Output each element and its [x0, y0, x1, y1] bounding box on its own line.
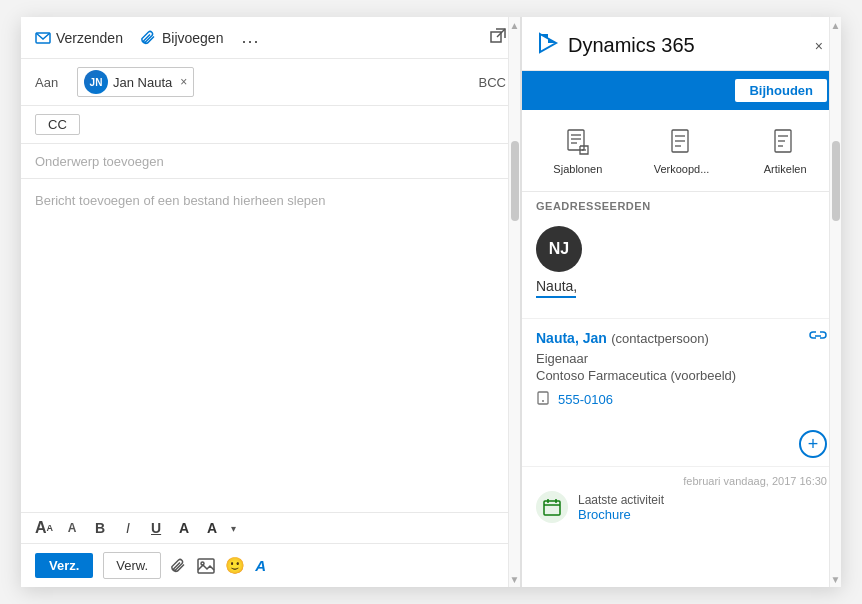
calendar-icon: [543, 498, 561, 516]
verkoopd-icon: [666, 126, 698, 158]
scroll-track: [509, 33, 521, 571]
image-icon: [197, 558, 215, 574]
dynamics-logo: [536, 31, 560, 60]
scroll-up-arrow[interactable]: ▲: [509, 17, 521, 33]
contact-company: Contoso Farmaceutica (voorbeeld): [536, 368, 827, 383]
section-header-addressees: GEADRESSEERDEN: [522, 192, 841, 216]
email-panel: Verzenden Bijvoegen ... Aan: [21, 17, 521, 587]
dynamics-scroll-up[interactable]: ▲: [830, 17, 842, 33]
recipient-chip[interactable]: JN Jan Nauta ×: [77, 67, 194, 97]
svg-rect-23: [544, 501, 560, 515]
dynamics-close-btn[interactable]: ×: [811, 36, 827, 56]
artikelen-icon: [769, 126, 801, 158]
message-placeholder: Bericht toevoegen of een bestand hierhee…: [35, 193, 326, 208]
app-container: Verzenden Bijvoegen ... Aan: [21, 17, 841, 587]
email-scrollbar[interactable]: ▲ ▼: [508, 17, 520, 587]
phone-svg-icon: [536, 391, 550, 405]
discard-button[interactable]: Verw.: [103, 552, 161, 579]
phone-number[interactable]: 555-0106: [558, 392, 613, 407]
send-toolbar-btn[interactable]: Verzenden: [35, 30, 123, 46]
activity-link[interactable]: Brochure: [578, 507, 827, 522]
font-color-btn[interactable]: A: [203, 520, 221, 536]
scroll-thumb: [511, 141, 519, 221]
highlight-btn[interactable]: A: [175, 520, 193, 536]
more-btn[interactable]: ...: [241, 27, 259, 48]
recipient-avatar: JN: [84, 70, 108, 94]
add-activity-area: +: [522, 426, 841, 466]
attach-toolbar-btn[interactable]: Bijvoegen: [141, 30, 224, 46]
link-icon: [809, 329, 827, 343]
format-toolbar: AA A B I U A A ▾: [21, 512, 520, 543]
dynamics-panel: Dynamics 365 × Bijhouden: [521, 17, 841, 587]
svg-marker-6: [540, 34, 556, 43]
dynamics-scroll-thumb: [832, 141, 840, 221]
to-label: Aan: [35, 75, 71, 90]
addressee-initials: NJ: [549, 240, 569, 258]
attach-btn-label: Bijvoegen: [162, 30, 224, 46]
activity-label: Laatste activiteit: [578, 493, 827, 507]
recipient-name: Jan Nauta: [113, 75, 172, 90]
addressee-avatar: NJ: [536, 226, 582, 272]
activity-calendar-icon: [536, 491, 568, 523]
activity-row: Laatste activiteit Brochure: [536, 491, 827, 523]
email-toolbar: Verzenden Bijvoegen ...: [21, 17, 520, 59]
svg-rect-3: [198, 559, 214, 573]
dynamics-scrollbar[interactable]: ▲ ▼: [829, 17, 841, 587]
shortcuts-bar: Sjablonen Verkoopd...: [522, 110, 841, 192]
activity-date: februari vandaag, 2017 16:30: [536, 475, 827, 487]
scroll-down-arrow[interactable]: ▼: [509, 571, 521, 587]
bcc-btn[interactable]: BCC: [479, 75, 506, 90]
contact-name[interactable]: Nauta, Jan: [536, 330, 607, 346]
subject-placeholder[interactable]: Onderwerp toevoegen: [35, 154, 164, 169]
italic-btn[interactable]: I: [119, 520, 137, 536]
activity-info: Laatste activiteit Brochure: [578, 493, 827, 522]
contact-name-group: Nauta, Jan (contactpersoon): [536, 329, 709, 347]
message-area[interactable]: Bericht toevoegen of een bestand hierhee…: [21, 179, 520, 512]
send-action-toolbar: Verz. Verw. 🙂 A: [21, 543, 520, 587]
dynamics-content: GEADRESSEERDEN NJ Nauta, Nauta, Jan (con…: [522, 192, 841, 587]
dynamics-title: Dynamics 365: [568, 34, 811, 57]
dynamics-scroll-down[interactable]: ▼: [830, 571, 842, 587]
popout-icon: [490, 28, 506, 44]
dynamics-logo-icon: [536, 31, 560, 55]
addressee-name-partial: Nauta,: [536, 278, 827, 294]
contact-link-icon[interactable]: [809, 329, 827, 347]
shortcut-verkoopd[interactable]: Verkoopd...: [632, 120, 732, 181]
attach-btn-bottom[interactable]: [171, 558, 187, 574]
track-bar: Bijhouden: [522, 71, 841, 110]
artikelen-label: Artikelen: [764, 163, 807, 175]
cc-btn[interactable]: CC: [35, 114, 80, 135]
bold-btn[interactable]: B: [91, 520, 109, 536]
shortcut-sjablonen[interactable]: Sjablonen: [528, 120, 628, 181]
underline-btn[interactable]: U: [147, 520, 165, 536]
cc-field-row: CC: [21, 106, 520, 144]
font-size-large-btn[interactable]: AA: [35, 519, 53, 537]
format-more-btn[interactable]: ▾: [231, 523, 236, 534]
sjablonen-icon: [562, 126, 594, 158]
contact-type: (contactpersoon): [611, 331, 709, 346]
emoji-btn[interactable]: 🙂: [225, 556, 245, 575]
popout-btn[interactable]: [490, 28, 506, 48]
phone-icon: [536, 391, 550, 408]
verkoopd-label: Verkoopd...: [654, 163, 710, 175]
addressee-section: NJ Nauta,: [522, 216, 841, 318]
addressee-underline: [536, 296, 576, 298]
subject-row: Onderwerp toevoegen: [21, 144, 520, 179]
send-button[interactable]: Verz.: [35, 553, 93, 578]
recipient-initials: JN: [90, 77, 103, 88]
signature-btn[interactable]: A: [255, 557, 266, 574]
svg-rect-7: [568, 130, 584, 150]
attach-icon-bottom: [171, 558, 187, 574]
remove-recipient-btn[interactable]: ×: [180, 75, 187, 89]
contact-role: Eigenaar: [536, 351, 827, 366]
shortcut-artikelen[interactable]: Artikelen: [735, 120, 835, 181]
send-btn-label: Verzenden: [56, 30, 123, 46]
svg-rect-21: [538, 392, 548, 404]
font-size-small-btn[interactable]: A: [63, 521, 81, 535]
image-btn[interactable]: [197, 558, 215, 574]
sjablonen-label: Sjablonen: [553, 163, 602, 175]
track-button[interactable]: Bijhouden: [735, 79, 827, 102]
paperclip-icon: [141, 30, 157, 46]
dynamics-header: Dynamics 365 ×: [522, 17, 841, 71]
add-activity-btn[interactable]: +: [799, 430, 827, 458]
